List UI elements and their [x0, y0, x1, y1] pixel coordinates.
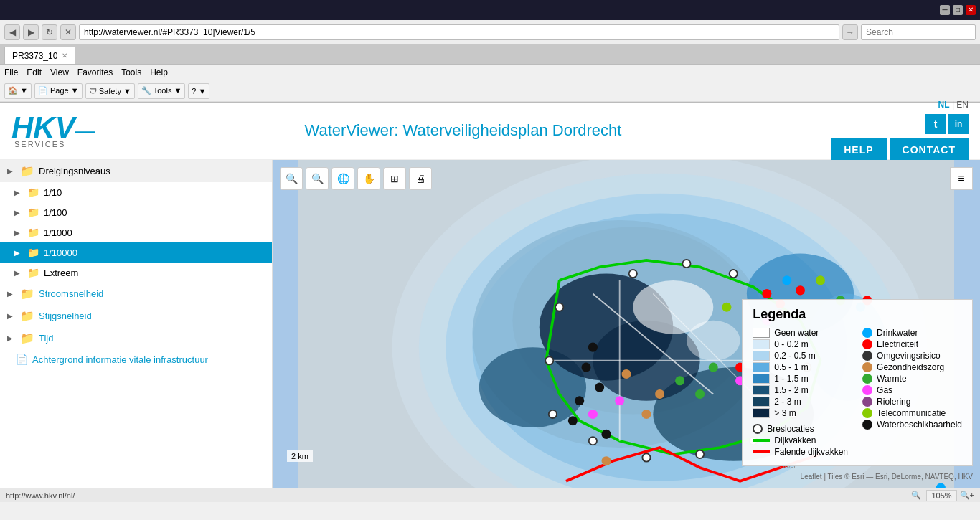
tab-close-icon[interactable]: ✕ — [62, 52, 67, 60]
toolbar-page[interactable]: 📄 Page ▼ — [34, 83, 83, 99]
menu-favorites[interactable]: Favorites — [77, 67, 113, 77]
expand-arrow-icon: ▶ — [14, 229, 23, 237]
sidebar-item-stijgsnelheid[interactable]: ▶ 📁 Stijgsnelheid — [0, 305, 272, 327]
expand-arrow-icon: ▶ — [7, 290, 16, 298]
svg-point-48 — [629, 270, 637, 278]
menu-help[interactable]: Help — [150, 67, 168, 77]
go-button[interactable]: → — [842, 24, 858, 40]
services-label: SERVICES — [14, 140, 95, 148]
zoom-in-status-btn[interactable]: 🔍+ — [960, 491, 974, 500]
maximize-button[interactable]: □ — [953, 5, 963, 15]
status-url: http://www.hkv.nl/nl/ — [6, 491, 75, 500]
svg-point-55 — [696, 450, 704, 458]
sidebar-item-extreem[interactable]: ▶ 📁 Extreem — [0, 263, 272, 283]
folder-small-icon: 📁 — [27, 207, 39, 218]
svg-point-49 — [682, 260, 690, 268]
sidebar-item-dreigingsniveaus[interactable]: ▶ 📁 Dreigingsniveaus — [0, 160, 272, 182]
svg-point-20 — [595, 383, 604, 392]
svg-point-44 — [709, 363, 718, 372]
folder-small-icon: 📁 — [27, 186, 39, 198]
menu-edit[interactable]: Edit — [27, 67, 42, 77]
sidebar-item-label: Dreigingsniveaus — [39, 166, 110, 176]
expand-arrow-icon: ▶ — [7, 312, 16, 320]
menu-file[interactable]: File — [4, 67, 18, 77]
browser-tab[interactable]: PR3373_10 ✕ — [4, 47, 75, 64]
expand-arrow-icon: ▶ — [7, 334, 16, 342]
svg-point-30 — [782, 275, 791, 285]
expand-arrow-icon: ▶ — [14, 189, 23, 197]
sidebar-item-label: 1/1000 — [44, 227, 72, 238]
svg-point-41 — [601, 456, 611, 465]
svg-point-21 — [575, 396, 584, 405]
globe-button[interactable]: 🌐 — [331, 167, 354, 190]
svg-point-23 — [588, 343, 598, 352]
legend-title: Legenda — [753, 307, 962, 322]
map-attribution: Leaflet | Tiles © Esri — Esri, DeLorme, … — [801, 473, 973, 481]
sidebar-item-label: Extreem — [44, 268, 78, 278]
toolbar-safety[interactable]: 🛡 Safety ▼ — [85, 83, 135, 99]
sidebar-item-achtergrond[interactable]: 📄 Achtergrond informatie vitale infrastr… — [0, 349, 272, 369]
folder-small-icon: 📁 — [27, 267, 39, 278]
svg-point-43 — [695, 389, 705, 399]
expand-arrow-icon: ▶ — [14, 269, 23, 277]
contact-button[interactable]: CONTACT — [890, 138, 969, 161]
folder-small-icon: 📁 — [27, 227, 39, 238]
pdf-icon: 📄 — [16, 354, 28, 365]
sidebar-item-label: Stijgsnelheid — [39, 311, 92, 321]
hkv-logo[interactable]: HKV— SERVICES — [11, 113, 95, 148]
twitter-icon[interactable]: t — [925, 114, 946, 134]
svg-point-22 — [568, 416, 578, 425]
zoom-level: 105% — [926, 490, 956, 501]
lang-en[interactable]: EN — [956, 100, 969, 110]
folder-icon: 📁 — [20, 309, 34, 323]
sidebar-item-1-1000[interactable]: ▶ 📁 1/1000 — [0, 222, 272, 242]
sidebar-item-label: Achtergrond informatie vitale infrastruc… — [32, 354, 208, 365]
svg-point-38 — [621, 369, 631, 379]
sidebar-item-tijd[interactable]: ▶ 📁 Tijd — [0, 327, 272, 349]
zoom-in-button[interactable]: 🔍 — [280, 167, 303, 190]
menu-tools[interactable]: Tools — [121, 67, 141, 77]
sidebar-item-1-10[interactable]: ▶ 📁 1/10 — [0, 182, 272, 202]
sidebar-item-1-100[interactable]: ▶ 📁 1/100 — [0, 202, 272, 222]
back-button[interactable]: ◀ — [4, 24, 20, 40]
zoom-out-button[interactable]: 🔍 — [306, 167, 329, 190]
layers-button[interactable]: ≡ — [950, 167, 973, 190]
sidebar: ▶ 📁 Dreigingsniveaus ▶ 📁 1/10 ▶ 📁 1/100 … — [0, 160, 273, 488]
sidebar-item-1-10000[interactable]: ▶ 📁 1/10000 — [0, 242, 272, 263]
address-bar[interactable] — [79, 24, 839, 40]
svg-point-40 — [641, 410, 651, 419]
linkedin-icon[interactable]: in — [948, 114, 969, 134]
zoom-out-status-btn[interactable]: 🔍- — [911, 491, 924, 500]
folder-small-icon: 📁 — [27, 247, 39, 258]
pan-button[interactable]: ✋ — [357, 167, 380, 190]
toolbar-home[interactable]: 🏠 ▼ — [4, 83, 32, 99]
svg-point-56 — [642, 453, 650, 461]
help-button[interactable]: HELP — [831, 138, 886, 161]
toolbar-help[interactable]: ? ▼ — [188, 83, 209, 99]
lang-nl[interactable]: NL — [938, 100, 950, 110]
svg-point-59 — [545, 356, 553, 364]
sidebar-item-label: 1/10 — [44, 187, 62, 198]
map-container[interactable]: Nieuwe Maas NOORD-BRABANT Amer 🔍 🔍 🌐 ✋ ⊞… — [273, 160, 980, 488]
expand-arrow-icon: ▶ — [14, 249, 23, 257]
menu-view[interactable]: View — [50, 67, 69, 77]
sidebar-item-label: Stroomsnelheid — [39, 288, 103, 299]
forward-button[interactable]: ▶ — [23, 24, 39, 40]
svg-point-34 — [588, 410, 598, 419]
folder-icon: 📁 — [20, 287, 34, 301]
expand-arrow-icon: ▶ — [14, 209, 23, 217]
svg-point-60 — [555, 303, 563, 311]
stop-button[interactable]: ✕ — [60, 24, 76, 40]
refresh-button[interactable]: ↻ — [42, 24, 57, 40]
logo-text: HKV— — [11, 113, 95, 143]
toolbar-tools[interactable]: 🔧 Tools ▼ — [138, 83, 185, 99]
close-button[interactable]: ✕ — [966, 5, 976, 15]
full-extent-button[interactable]: ⊞ — [383, 167, 406, 190]
svg-point-25 — [762, 289, 771, 298]
print-button[interactable]: 🖨 — [409, 167, 432, 190]
sidebar-item-stroomsnelheid[interactable]: ▶ 📁 Stroomsnelheid — [0, 283, 272, 305]
svg-point-47 — [722, 303, 731, 312]
search-input[interactable] — [861, 24, 976, 40]
svg-point-46 — [816, 275, 825, 285]
minimize-button[interactable]: ─ — [940, 5, 950, 15]
